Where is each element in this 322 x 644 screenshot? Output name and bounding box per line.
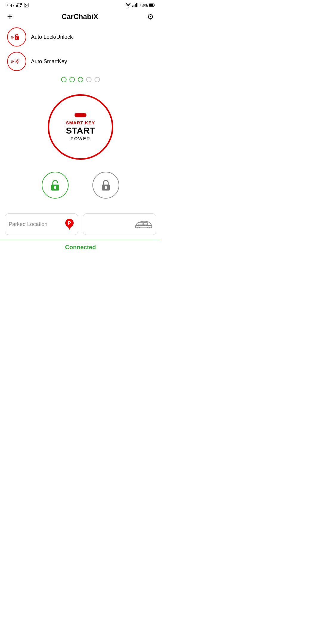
svg-point-2 (128, 7, 129, 7)
connection-status: Connected (0, 240, 161, 256)
auto-lock-unlock-icon-circle: ((• (7, 27, 26, 47)
smart-key-label: SMART KEY (66, 120, 95, 125)
bottom-buttons-row: Parked Location P (0, 213, 161, 235)
lock-buttons-row (0, 172, 161, 199)
parking-pin-icon: P (65, 219, 74, 230)
wifi-icon (125, 3, 131, 7)
smart-key-indicator (75, 113, 86, 117)
svg-rect-10 (154, 4, 155, 6)
dot-1 (61, 77, 66, 82)
sync-icon (16, 2, 22, 8)
auto-smartkey-icon-circle: ((• (7, 52, 26, 71)
svg-text:P: P (68, 221, 71, 226)
dot-4 (86, 77, 92, 82)
auto-smartkey-icon: ((• (11, 57, 22, 66)
unlock-button[interactable] (42, 172, 69, 199)
smart-key-power: POWER (71, 136, 91, 141)
time-display: 7:47 (6, 3, 15, 8)
pagination-dots (0, 77, 161, 82)
smart-key-start: START (66, 125, 95, 136)
svg-rect-5 (135, 4, 136, 7)
car-icon (134, 220, 152, 228)
feature-list: ((• Auto Lock/Unlock ((• Auto SmartKey (0, 24, 161, 71)
gallery-icon (24, 2, 29, 8)
svg-rect-17 (54, 186, 56, 189)
svg-rect-7 (137, 3, 138, 7)
auto-lock-unlock-item[interactable]: ((• Auto Lock/Unlock (7, 27, 154, 47)
svg-rect-9 (149, 4, 153, 6)
app-title: CarChabiX (61, 13, 98, 21)
dot-3 (78, 77, 83, 82)
status-left: 7:47 (6, 2, 29, 8)
app-header: + CarChabiX ⚙ (0, 9, 161, 24)
unlock-padlock-icon (49, 179, 62, 192)
svg-marker-21 (67, 226, 72, 230)
svg-rect-19 (105, 186, 107, 189)
auto-lock-icon: ((• (11, 32, 22, 42)
svg-rect-3 (132, 6, 133, 7)
dot-2 (69, 77, 75, 82)
battery-text: 73% (139, 3, 148, 8)
svg-text:((•: ((• (11, 35, 14, 39)
status-right: 73% (125, 3, 155, 8)
lock-padlock-icon (99, 179, 112, 192)
parked-location-button[interactable]: Parked Location P (5, 213, 78, 235)
add-button[interactable]: + (7, 12, 13, 21)
auto-lock-unlock-label: Auto Lock/Unlock (31, 34, 73, 40)
settings-button[interactable]: ⚙ (147, 12, 154, 21)
svg-point-15 (16, 61, 18, 62)
smart-key-button[interactable]: SMART KEY START POWER (48, 94, 113, 160)
status-bar: 7:47 73% (0, 0, 161, 9)
auto-smartkey-item[interactable]: ((• Auto SmartKey (7, 52, 154, 71)
svg-rect-6 (136, 3, 137, 7)
svg-text:((•: ((• (11, 60, 14, 63)
parked-location-label: Parked Location (9, 221, 47, 227)
car-view-button[interactable] (83, 213, 156, 235)
signal-icon (132, 3, 138, 7)
auto-smartkey-label: Auto SmartKey (31, 58, 67, 65)
svg-rect-4 (134, 5, 134, 7)
dot-5 (95, 77, 100, 82)
battery-icon (149, 3, 155, 7)
smart-key-button-area: SMART KEY START POWER (0, 94, 161, 160)
lock-button[interactable] (92, 172, 119, 199)
svg-rect-13 (16, 37, 17, 39)
svg-point-1 (25, 4, 26, 4)
